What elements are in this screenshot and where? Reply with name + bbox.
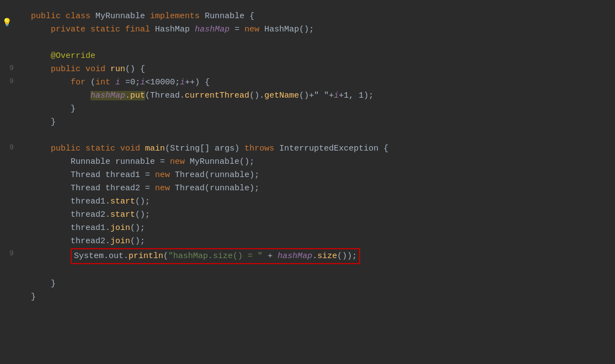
code-editor: public class MyRunnable implements Runna… — [0, 0, 615, 364]
code-content-6: for (int i =0;i<10000;i++) { — [26, 76, 615, 89]
code-content-5: public void run() { — [26, 63, 615, 76]
code-line-18: thread2.join(); — [0, 235, 615, 248]
code-line-20 — [0, 264, 615, 277]
code-content-17: thread1.join(); — [26, 222, 615, 234]
code-line-9: } — [0, 116, 615, 129]
code-line-16: thread2.start(); — [0, 208, 615, 222]
code-line-5: 9 public void run() { — [0, 63, 615, 76]
code-line-21: } — [0, 277, 615, 291]
code-line-17: thread1.join(); — [0, 222, 615, 235]
code-line-8: } — [0, 103, 615, 116]
code-line-14: Thread thread2 = new Thread(runnable); — [0, 182, 615, 195]
code-content-12: Runnable runnable = new MyRunnable(); — [26, 156, 615, 168]
code-content-8: } — [26, 103, 615, 115]
code-content-19: System.out.println("hashMap.size() = " +… — [26, 248, 615, 264]
code-line-2: 💡 private static final HashMap hashMap =… — [0, 23, 615, 36]
code-line-22: } — [0, 291, 615, 304]
code-content-3 — [26, 36, 615, 49]
code-content-11: public static void main(String[] args) t… — [26, 142, 615, 155]
lightbulb-icon[interactable]: 💡 — [2, 17, 12, 29]
gutter-6: 9 — [0, 76, 26, 87]
code-line-15: thread1.start(); — [0, 195, 615, 208]
code-content-10 — [26, 129, 615, 142]
code-content-16: thread2.start(); — [26, 208, 615, 221]
gutter-5: 9 — [0, 63, 26, 74]
code-line-12: Runnable runnable = new MyRunnable(); — [0, 156, 615, 169]
code-content-21: } — [26, 277, 615, 290]
code-content-15: thread1.start(); — [26, 195, 615, 208]
code-content-7: hashMap.put(Thread.currentThread().getNa… — [26, 89, 615, 102]
code-content-2: private static final HashMap hashMap = n… — [26, 23, 615, 36]
code-line-3 — [0, 36, 615, 50]
code-line-10 — [0, 129, 615, 142]
code-line-4: @Override — [0, 50, 615, 63]
code-line-11: 9 public static void main(String[] args)… — [0, 142, 615, 156]
code-line-7: hashMap.put(Thread.currentThread().getNa… — [0, 89, 615, 103]
code-line-6: 9 for (int i =0;i<10000;i++) { — [0, 76, 615, 89]
code-content-22: } — [26, 291, 615, 303]
code-content-18: thread2.join(); — [26, 235, 615, 248]
gutter-19: 9 — [0, 248, 26, 259]
code-content-4: @Override — [26, 50, 615, 62]
code-content-1: public class MyRunnable implements Runna… — [26, 10, 615, 23]
code-line-13: Thread thread1 = new Thread(runnable); — [0, 169, 615, 182]
highlighted-line: System.out.println("hashMap.size() = " +… — [71, 248, 360, 264]
code-content-13: Thread thread1 = new Thread(runnable); — [26, 169, 615, 181]
code-content-14: Thread thread2 = new Thread(runnable); — [26, 182, 615, 195]
code-content-9: } — [26, 116, 615, 129]
code-line-19: 9 System.out.println("hashMap.size() = "… — [0, 248, 615, 264]
code-content-20 — [26, 264, 615, 277]
gutter-11: 9 — [0, 142, 26, 153]
code-line-1: public class MyRunnable implements Runna… — [0, 10, 615, 23]
